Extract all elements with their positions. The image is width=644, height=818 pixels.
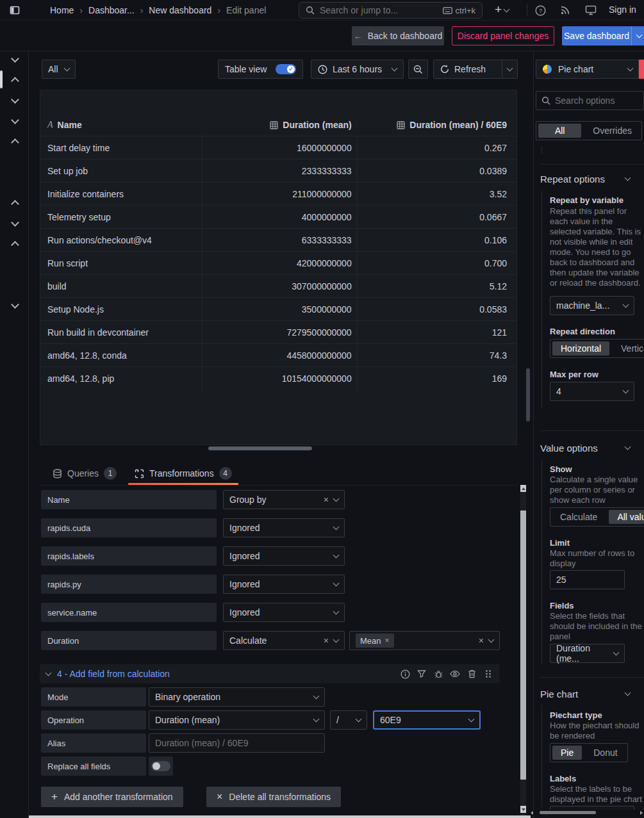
operator-select[interactable]: / xyxy=(330,710,367,730)
alias-input[interactable] xyxy=(149,733,325,753)
breadcrumb-new-dashboard[interactable]: New dashboard xyxy=(149,5,211,15)
bottom-horizontal-scrollbar[interactable] xyxy=(29,815,531,818)
field-operation-select[interactable]: Ignored xyxy=(223,546,345,566)
scroll-left-arrow[interactable] xyxy=(531,811,533,815)
piechart-type-label: Piechart type xyxy=(550,710,602,720)
refresh-button[interactable]: Refresh xyxy=(433,60,502,79)
nav-section-chevron-down-icon[interactable] xyxy=(10,117,19,126)
value-options-header[interactable]: Value options xyxy=(540,441,630,455)
options-search-input[interactable] xyxy=(555,95,644,106)
show-all-values[interactable]: All values xyxy=(609,510,644,524)
back-to-dashboard-button[interactable]: ← Back to dashboard xyxy=(352,26,444,45)
mean-tag: Mean × xyxy=(356,634,394,648)
options-tab-overrides[interactable]: Overrides xyxy=(583,122,641,140)
max-per-row-select[interactable]: 4 xyxy=(550,382,634,401)
column-header-name[interactable]: A Name xyxy=(40,120,201,130)
replace-all-fields-toggle[interactable] xyxy=(151,761,170,771)
options-tab-all[interactable]: All xyxy=(538,124,581,138)
nav-section-chevron-down-icon[interactable] xyxy=(10,219,19,228)
scrollbar-thumb[interactable] xyxy=(540,811,596,814)
clear-icon[interactable]: × xyxy=(324,636,329,645)
nav-section-chevron-up-icon[interactable] xyxy=(10,137,19,146)
repeat-variable-select[interactable]: machine_la... xyxy=(550,296,634,315)
tab-transformations[interactable]: Transformations 4 xyxy=(127,463,240,484)
refresh-interval-dropdown[interactable] xyxy=(502,60,518,79)
type-pie[interactable]: Pie xyxy=(552,746,582,760)
trash-icon[interactable] xyxy=(466,669,477,679)
table-horizontal-scrollbar[interactable] xyxy=(208,446,312,450)
pie-chart-options-header[interactable]: Pie chart xyxy=(540,687,630,701)
transformation-4-header[interactable]: 4 - Add field from calculation xyxy=(40,664,500,683)
sidebar-horizontal-scrollbar[interactable] xyxy=(529,810,644,815)
direction-vertical[interactable]: Vertical xyxy=(611,339,644,357)
monitor-icon[interactable] xyxy=(585,5,597,15)
nav-section-chevron-down-icon[interactable] xyxy=(10,55,19,64)
nav-section-chevron-up-icon[interactable] xyxy=(10,240,19,249)
field-operation-select[interactable]: Ignored xyxy=(223,518,345,537)
save-dashboard-button[interactable]: Save dashboard xyxy=(562,26,631,45)
clear-icon[interactable]: × xyxy=(324,495,329,504)
breadcrumb-edit-panel: Edit panel xyxy=(226,5,266,15)
scroll-right-arrow[interactable] xyxy=(640,811,643,815)
save-dashboard-menu-button[interactable] xyxy=(631,26,644,45)
clear-icon[interactable]: × xyxy=(479,636,484,645)
repeat-direction-control: Horizontal Vertical xyxy=(550,339,644,358)
limit-input[interactable] xyxy=(550,570,625,589)
breadcrumb-separator: › xyxy=(79,5,83,15)
operand-left-select[interactable]: Duration (mean) xyxy=(149,710,325,730)
column-divider xyxy=(202,136,202,390)
column-header-duration-ratio[interactable]: Duration (mean) / 60E9 xyxy=(356,120,516,130)
sidebar-toggle-button[interactable] xyxy=(0,5,29,15)
piechart-type-description: How the piechart should be rendered xyxy=(550,721,643,741)
refresh-split-button: Refresh xyxy=(433,60,518,79)
nav-section-chevron-up-icon[interactable] xyxy=(10,76,19,85)
direction-horizontal[interactable]: Horizontal xyxy=(552,341,609,356)
calculate-select[interactable]: Calculate × xyxy=(223,631,345,650)
search-input[interactable] xyxy=(320,5,438,15)
limit-label: Limit xyxy=(550,538,570,548)
main-vertical-scrollbar[interactable] xyxy=(526,368,530,421)
variable-all-dropdown[interactable]: All xyxy=(42,60,76,79)
global-search[interactable]: ctrl+k xyxy=(299,2,483,19)
filter-icon[interactable] xyxy=(417,669,427,679)
news-rss-button[interactable] xyxy=(560,5,570,15)
remove-tag-icon[interactable]: × xyxy=(385,636,390,645)
field-operation-select[interactable]: Ignored xyxy=(223,575,345,594)
repeat-options-header[interactable]: Repeat options xyxy=(540,172,630,186)
time-range-picker[interactable]: Last 6 hours xyxy=(311,60,404,79)
info-icon[interactable] xyxy=(400,669,410,679)
show-calculate[interactable]: Calculate xyxy=(550,508,607,526)
type-donut[interactable]: Donut xyxy=(584,744,627,762)
scroll-up-arrow[interactable] xyxy=(520,485,526,492)
nav-section-chevron-down-icon[interactable] xyxy=(10,301,19,310)
breadcrumb-home[interactable]: Home xyxy=(50,5,74,15)
transformations-scrollbar[interactable] xyxy=(520,485,526,815)
group-by-select[interactable]: Group by × xyxy=(223,490,345,509)
operand-right-select[interactable]: 60E9 xyxy=(373,710,481,730)
options-search[interactable] xyxy=(536,91,644,110)
scroll-down-arrow[interactable] xyxy=(520,806,526,813)
help-button[interactable]: ? xyxy=(535,5,546,16)
mode-select[interactable]: Binary operation xyxy=(149,687,325,707)
calculations-multiselect[interactable]: Mean × × xyxy=(349,631,500,650)
debug-bug-icon[interactable] xyxy=(433,669,443,679)
field-operation-select[interactable]: Ignored xyxy=(223,603,345,622)
table-view-toggle[interactable]: ✓ xyxy=(276,64,296,74)
column-header-duration-mean[interactable]: Duration (mean) xyxy=(201,120,356,130)
discard-panel-changes-button[interactable]: Discard panel changes xyxy=(452,26,554,45)
delete-all-transformations-button[interactable]: × Delete all transformations xyxy=(206,787,341,807)
fields-select[interactable]: Duration (me... xyxy=(550,644,625,663)
tab-queries[interactable]: Queries 1 xyxy=(45,463,124,484)
add-transformation-button[interactable]: + Add another transformation xyxy=(41,787,183,807)
check-icon: ✓ xyxy=(287,65,295,73)
sign-in-link[interactable]: Sign in xyxy=(609,4,636,15)
eye-icon[interactable] xyxy=(450,669,460,679)
nav-section-chevron-up-icon[interactable] xyxy=(10,199,19,208)
add-new-button[interactable]: + xyxy=(495,4,509,15)
scrollbar-thumb[interactable] xyxy=(520,511,526,780)
nav-section-chevron-down-icon[interactable] xyxy=(10,96,19,105)
drag-handle-icon[interactable] xyxy=(483,669,493,679)
breadcrumb-dashboards[interactable]: Dashboar... xyxy=(88,5,135,15)
visualization-picker[interactable]: Pie chart xyxy=(536,60,639,79)
zoom-out-time-button[interactable] xyxy=(408,60,428,79)
